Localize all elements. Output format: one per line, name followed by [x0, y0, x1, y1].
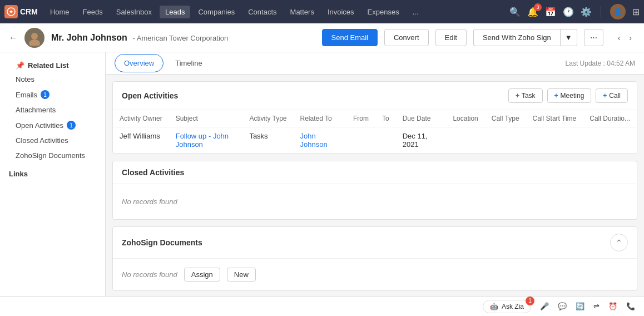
sidebar: 📌 Related List Notes Emails 1 Attachment… — [0, 52, 106, 316]
send-zoho-sign-dropdown[interactable]: ▼ — [560, 29, 577, 46]
related-to-link[interactable]: John Johnson — [300, 132, 328, 149]
cell-related-to: John Johnson — [294, 127, 346, 154]
convert-button[interactable]: Convert — [384, 29, 429, 46]
refresh-icon[interactable]: 🔄 — [576, 302, 584, 310]
col-due-date: Due Date — [396, 110, 447, 127]
sidebar-item-open-activities[interactable]: Open Activities 1 — [0, 117, 105, 133]
grid-icon-btn[interactable]: ⊞ — [632, 7, 640, 17]
svg-point-1 — [31, 33, 38, 40]
related-list-section-title: 📌 Related List — [0, 57, 105, 72]
ask-zia-label: Ask Zia — [502, 303, 524, 310]
zohosign-no-records: No records found — [122, 270, 177, 279]
back-button[interactable]: ← — [9, 33, 18, 43]
chat-icon[interactable]: 💬 — [558, 302, 567, 310]
add-call-button[interactable]: + Call — [596, 88, 628, 103]
sidebar-item-attachments[interactable]: Attachments — [0, 102, 105, 117]
add-meeting-button[interactable]: + Meeting — [547, 88, 592, 103]
nav-more[interactable]: ... — [407, 6, 424, 18]
plus-icon-meeting: + — [554, 92, 558, 100]
col-activity-owner: Activity Owner — [113, 110, 169, 127]
closed-activities-card: Closed Activities No records found — [112, 161, 637, 220]
contact-avatar — [24, 28, 44, 48]
open-activities-count-badge: 1 — [67, 121, 76, 130]
nav-invoices[interactable]: Invoices — [322, 6, 360, 18]
next-record-button[interactable]: › — [626, 31, 635, 45]
ask-zia-button[interactable]: 🤖 Ask Zia — [483, 300, 531, 313]
contact-info: Mr. John Johnson - American Tower Corpor… — [51, 33, 228, 43]
sub-header: ← Mr. John Johnson - American Tower Corp… — [0, 23, 644, 52]
col-call-duration: Call Duratio... — [583, 110, 637, 127]
more-options-button[interactable]: ⋯ — [584, 29, 603, 46]
open-activities-title: Open Activities — [122, 91, 178, 100]
sidebar-item-closed-activities[interactable]: Closed Activities — [0, 133, 105, 148]
subject-link[interactable]: Follow up - John Johnson — [176, 132, 229, 149]
clock-icon-btn[interactable]: 🕐 — [563, 7, 574, 17]
table-header: Activity Owner Subject Activity Type Rel… — [113, 110, 637, 127]
logo-text: CRM — [20, 7, 38, 16]
user-avatar[interactable]: 👤 — [610, 4, 626, 19]
notification-btn[interactable]: 🔔 3 — [527, 7, 538, 17]
new-button[interactable]: New — [227, 268, 256, 282]
zohosign-collapse-button[interactable]: ⌃ — [610, 234, 628, 251]
cell-from — [346, 127, 375, 154]
zia-icon: 🤖 — [490, 303, 498, 310]
edit-button[interactable]: Edit — [435, 29, 467, 46]
col-related-to: Related To — [294, 110, 346, 127]
last-update-text: Last Update : 04:52 AM — [566, 60, 635, 67]
nav-leads[interactable]: Leads — [160, 6, 190, 18]
prev-record-button[interactable]: ‹ — [615, 31, 624, 45]
notification-badge: 3 — [534, 3, 542, 11]
zohosign-documents-body: No records found Assign New — [113, 259, 637, 290]
sidebar-item-emails[interactable]: Emails 1 — [0, 87, 105, 102]
tab-bar: Overview Timeline Last Update : 04:52 AM — [106, 52, 644, 75]
send-zoho-sign-button[interactable]: Send With Zoho Sign — [473, 29, 560, 46]
zia-badge: 1 — [526, 297, 534, 305]
nav-feeds[interactable]: Feeds — [77, 6, 108, 18]
timer-icon[interactable]: ⏰ — [608, 302, 617, 310]
nav-companies[interactable]: Companies — [192, 6, 240, 18]
send-email-button[interactable]: Send Email — [322, 29, 378, 46]
col-subject: Subject — [169, 110, 243, 127]
logo[interactable]: CRM — [4, 5, 38, 18]
closed-activities-header: Closed Activities — [113, 161, 637, 184]
zohosign-documents-card: ZohoSign Documents ⌃ No records found As… — [112, 226, 637, 291]
top-navigation: CRM Home Feeds SalesInbox Leads Companie… — [0, 0, 644, 23]
calendar-icon-btn[interactable]: 📅 — [545, 7, 556, 17]
open-activities-actions: + Task + Meeting + Call — [508, 88, 628, 103]
sidebar-pin-icon: 📌 — [16, 61, 24, 70]
contact-name: Mr. John Johnson — [51, 33, 127, 42]
table-body: Jeff Williams Follow up - John Johnson T… — [113, 127, 637, 154]
transfer-icon[interactable]: ⇌ — [593, 302, 600, 310]
cell-due-date: Dec 11, 2021 — [396, 127, 447, 154]
tab-timeline[interactable]: Timeline — [166, 54, 212, 72]
phone-icon[interactable]: 📞 — [626, 302, 635, 310]
nav-expenses[interactable]: Expenses — [362, 6, 405, 18]
open-activities-table-wrapper: Activity Owner Subject Activity Type Rel… — [113, 110, 637, 154]
cell-call-type — [485, 127, 526, 154]
search-icon-btn[interactable]: 🔍 — [509, 7, 521, 17]
nav-salesinbox[interactable]: SalesInbox — [111, 6, 157, 18]
zohosign-documents-title: ZohoSign Documents — [122, 238, 202, 247]
col-from: From — [346, 110, 375, 127]
microphone-icon[interactable]: 🎤 — [540, 302, 549, 310]
nav-matters[interactable]: Matters — [285, 6, 320, 18]
sidebar-item-zohosign-docs[interactable]: ZohoSign Documents — [0, 148, 105, 163]
logo-icon — [4, 5, 18, 18]
svg-point-2 — [29, 40, 40, 46]
cell-activity-type: Tasks — [242, 127, 293, 154]
ask-zia-wrapper: 🤖 Ask Zia 1 — [483, 300, 531, 313]
open-activities-card: Open Activities + Task + Meeting + Call — [112, 81, 637, 154]
bottom-bar: 🤖 Ask Zia 1 🎤 💬 🔄 ⇌ ⏰ 📞 — [0, 296, 644, 316]
plus-icon: + — [516, 92, 519, 100]
tab-overview[interactable]: Overview — [115, 54, 164, 72]
plus-icon-call: + — [603, 92, 607, 100]
col-to: To — [375, 110, 396, 127]
settings-icon-btn[interactable]: ⚙️ — [581, 7, 592, 17]
send-zoho-sign-group: Send With Zoho Sign ▼ — [473, 29, 577, 46]
nav-contacts[interactable]: Contacts — [242, 6, 282, 18]
sidebar-item-notes[interactable]: Notes — [0, 72, 105, 87]
links-section-title: Links — [0, 163, 105, 180]
assign-button[interactable]: Assign — [184, 268, 220, 282]
add-task-button[interactable]: + Task — [508, 88, 543, 103]
nav-home[interactable]: Home — [44, 6, 75, 18]
